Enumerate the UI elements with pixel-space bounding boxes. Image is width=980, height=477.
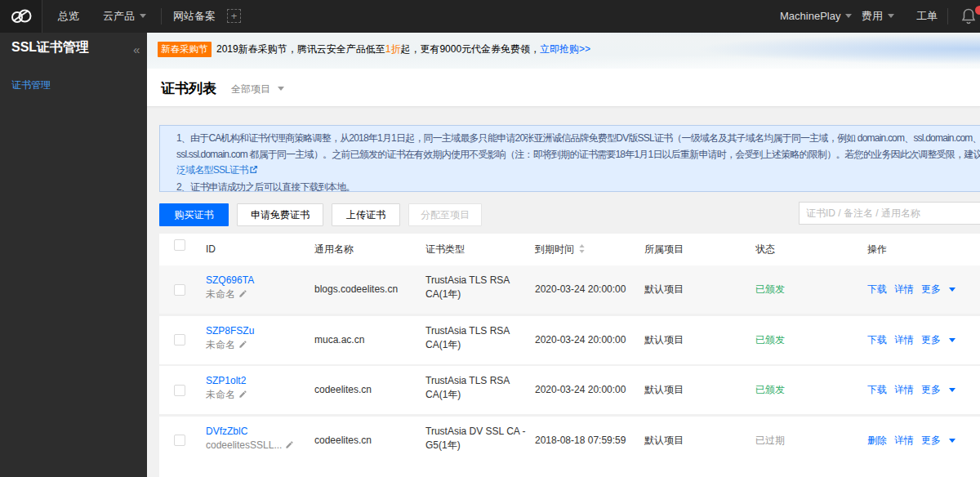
search-input[interactable] <box>799 202 980 225</box>
sidebar-collapse-button[interactable]: « <box>133 42 140 56</box>
select-all-checkbox[interactable] <box>174 239 185 251</box>
promo-banner[interactable]: 新春采购节 2019新春采购节，腾讯云安全产品低至1折起，更有9000元代金券免… <box>147 33 980 69</box>
delete-link[interactable]: 删除 <box>867 435 887 446</box>
row-checkbox[interactable] <box>174 435 185 446</box>
wildcard-ssl-link[interactable]: 泛域名型SSL证书 <box>176 164 247 176</box>
more-link[interactable]: 更多 <box>921 283 941 295</box>
col-id: ID <box>206 234 216 265</box>
nav-tickets[interactable]: 工单 <box>916 0 938 33</box>
table-row: SZP1olt2未命名codeelites.cnTrustAsia TLS RS… <box>159 366 980 414</box>
row-checkbox[interactable] <box>174 334 185 345</box>
cell-project: 默认项目 <box>644 316 684 364</box>
toolbar: 购买证书 申请免费证书 上传证书 分配至项目 <box>159 203 980 226</box>
cell-common-name: codeelites.cn <box>314 417 372 465</box>
details-link[interactable]: 详情 <box>894 334 914 345</box>
notice-line-2: ssl.ssl.domain.com 都属于同一主域）。之前已颁发的证书在有效期… <box>176 148 980 162</box>
column-label: 操作 <box>867 243 887 255</box>
download-link[interactable]: 下载 <box>867 334 887 345</box>
nav-cloud-products[interactable]: 云产品 <box>103 0 146 33</box>
sidebar-title: SSL证书管理 <box>11 39 89 56</box>
cert-alias: 未命名 <box>206 339 235 350</box>
cell-expire-time: 2020-03-24 20:00:00 <box>535 366 626 414</box>
status-badge: 已过期 <box>755 417 785 465</box>
main-area: 新春采购节 2019新春采购节，腾讯云安全产品低至1折起，更有9000元代金券免… <box>147 33 980 477</box>
chevron-down-icon <box>888 14 894 18</box>
cert-alias: 未命名 <box>206 389 235 400</box>
col-expire-time[interactable]: 到期时间 <box>535 234 585 265</box>
status-badge: 已颁发 <box>755 366 785 414</box>
cert-id-link[interactable]: SZP1olt2 <box>206 374 247 388</box>
buy-cert-button[interactable]: 购买证书 <box>159 203 229 226</box>
cert-alias: codeelitesSSLL... <box>206 439 282 451</box>
cell-actions: 删除详情更多 <box>867 417 956 465</box>
chevron-down-icon <box>140 14 146 18</box>
promo-discount: 1折 <box>385 43 401 55</box>
cert-id-link[interactable]: SZP8FSZu <box>206 324 254 338</box>
topbar: 总览 云产品 网站备案 + MachinePlay 费用 工单 <box>0 0 980 33</box>
more-link[interactable]: 更多 <box>921 334 941 345</box>
cell-id: SZQ696TA未命名 <box>206 274 254 302</box>
project-filter-dropdown[interactable]: 全部项目 <box>231 82 284 96</box>
edit-alias-pencil-icon[interactable] <box>238 289 247 301</box>
promo-link[interactable]: 立即抢购>> <box>540 43 590 55</box>
cloud-icon <box>9 5 33 28</box>
details-link[interactable]: 详情 <box>894 384 914 395</box>
cert-id-link[interactable]: DVfzZblC <box>206 425 294 439</box>
details-link[interactable]: 详情 <box>894 435 914 446</box>
cert-id-link[interactable]: SZQ696TA <box>206 274 254 288</box>
chevron-down-icon <box>949 388 956 392</box>
more-link[interactable]: 更多 <box>921 435 941 446</box>
table-header-row: ID通用名称证书类型到期时间所属项目状态操作 <box>159 234 980 265</box>
cell-common-name: blogs.codeelites.cn <box>314 265 398 314</box>
column-label: 到期时间 <box>535 243 574 255</box>
cell-expire-time: 2020-03-24 20:00:00 <box>535 265 626 314</box>
chevron-down-icon <box>949 439 956 443</box>
nav-billing[interactable]: 费用 <box>862 0 894 33</box>
cell-common-name: codeelites.cn <box>314 366 372 414</box>
sort-icon[interactable] <box>579 234 585 266</box>
cell-actions: 下载详情更多 <box>867 366 956 414</box>
cert-table: ID通用名称证书类型到期时间所属项目状态操作 SZQ696TA未命名blogs.… <box>159 234 980 466</box>
row-checkbox[interactable] <box>174 385 185 396</box>
external-link-icon <box>249 164 258 178</box>
nav-website-filing[interactable]: 网站备案 <box>173 0 216 33</box>
edit-alias-pencil-icon[interactable] <box>238 390 247 401</box>
cell-cert-type: TrustAsia TLS RSACA(1年) <box>425 324 510 352</box>
pagination-strip <box>159 464 980 477</box>
notice-line-3: 泛域名型SSL证书 <box>176 163 980 178</box>
cell-project: 默认项目 <box>644 417 684 465</box>
page-title: 证书列表 <box>161 79 216 98</box>
nav-overview[interactable]: 总览 <box>58 0 79 33</box>
row-checkbox[interactable] <box>174 284 185 296</box>
tencent-cloud-logo[interactable] <box>0 0 42 33</box>
cell-project: 默认项目 <box>644 366 684 414</box>
cell-expire-time: 2020-03-24 20:00:00 <box>535 316 626 364</box>
details-link[interactable]: 详情 <box>894 283 914 295</box>
page-header: 证书列表 全部项目 <box>147 69 980 107</box>
cert-alias: 未命名 <box>206 288 235 300</box>
column-label: 通用名称 <box>314 243 354 255</box>
cell-expire-time: 2018-08-18 07:59:59 <box>535 417 626 465</box>
column-label: 所属项目 <box>644 243 684 255</box>
edit-alias-pencil-icon[interactable] <box>285 440 294 452</box>
more-link[interactable]: 更多 <box>921 384 941 395</box>
chevron-down-icon <box>845 14 852 18</box>
upload-cert-button[interactable]: 上传证书 <box>332 203 400 226</box>
sidebar: SSL证书管理 « 证书管理 <box>0 33 147 477</box>
assign-project-button: 分配至项目 <box>408 203 482 226</box>
add-nav-shortcut-button[interactable]: + <box>227 9 241 23</box>
download-link[interactable]: 下载 <box>867 384 887 395</box>
account-menu[interactable]: MachinePlay <box>780 0 852 33</box>
topbar-divider <box>161 8 162 25</box>
edit-alias-pencil-icon[interactable] <box>238 340 247 351</box>
cell-cert-type: TrustAsia TLS RSACA(1年) <box>425 374 510 402</box>
download-link[interactable]: 下载 <box>867 283 887 295</box>
col-cert-type: 证书类型 <box>425 234 465 265</box>
cell-id: SZP8FSZu未命名 <box>206 324 254 353</box>
chevron-down-icon <box>278 87 284 91</box>
col-status: 状态 <box>755 234 775 265</box>
apply-free-cert-button[interactable]: 申请免费证书 <box>237 203 323 226</box>
table-row: SZP8FSZu未命名muca.ac.cnTrustAsia TLS RSACA… <box>159 316 980 364</box>
chevron-down-icon <box>949 338 956 342</box>
sidebar-item-cert-management[interactable]: 证书管理 <box>11 78 51 92</box>
